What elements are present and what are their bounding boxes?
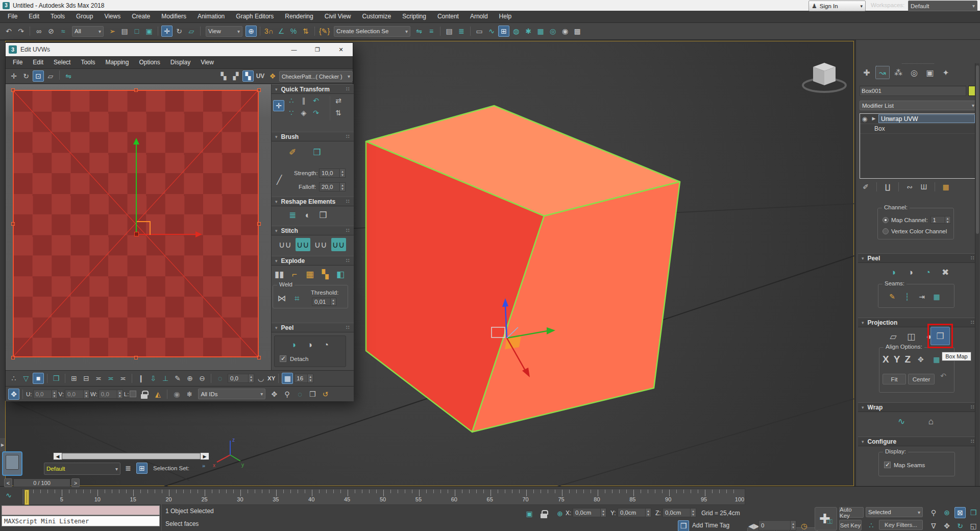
- uv-canvas[interactable]: [6, 84, 271, 370]
- expand-to-seams-icon[interactable]: ▦: [931, 291, 942, 302]
- menu-graph-editors[interactable]: Graph Editors: [230, 11, 279, 22]
- u-spinner[interactable]: 0,0: [33, 390, 58, 399]
- uvw-maximize-button[interactable]: ❐: [306, 43, 329, 56]
- zoom-extents-icon[interactable]: ❒: [307, 389, 318, 400]
- tab-modify[interactable]: ↝: [875, 66, 890, 79]
- qt-align-horizontal-icon[interactable]: ∴: [286, 95, 297, 106]
- qt-distribute-h-icon[interactable]: ⇄: [333, 95, 344, 106]
- quick-peel-icon[interactable]: ◑: [287, 338, 300, 351]
- lock-selection-icon[interactable]: [139, 390, 151, 399]
- stitch-source-icon[interactable]: ∪∪: [313, 238, 328, 251]
- render-iterative-icon[interactable]: ◉: [559, 26, 571, 37]
- mirror-icon[interactable]: ⇋: [413, 26, 425, 37]
- spline-wrap-icon[interactable]: ∿: [895, 415, 908, 428]
- rectangular-selection-icon[interactable]: □: [131, 26, 142, 37]
- soft-selection-spinner[interactable]: 0,0: [228, 374, 254, 383]
- selection-region-icon[interactable]: ▣: [524, 508, 535, 519]
- percent-snap-icon[interactable]: %: [288, 26, 299, 37]
- rollout-quick-transform[interactable]: Quick Transform: [272, 84, 354, 94]
- layer-manager-icon[interactable]: ▤: [444, 26, 455, 37]
- select-and-link-icon[interactable]: ∞: [33, 26, 44, 37]
- rollout-stitch[interactable]: Stitch: [272, 226, 354, 235]
- menu-tools[interactable]: Tools: [45, 11, 70, 22]
- weld-selected-icon[interactable]: ⌗: [290, 292, 304, 305]
- align-z-button[interactable]: Z: [904, 354, 911, 365]
- rollout-explode[interactable]: Explode: [272, 256, 354, 266]
- rollout-reshape-elements[interactable]: Reshape Elements: [272, 197, 354, 206]
- scroll-right-icon[interactable]: ▶: [201, 453, 209, 460]
- time-slider-handle[interactable]: [24, 490, 29, 505]
- uvw-menu-display[interactable]: Display: [165, 59, 195, 66]
- previous-frame-mini-button[interactable]: <: [4, 478, 12, 487]
- map-seams-checkbox[interactable]: [884, 462, 891, 468]
- add-time-tag-label[interactable]: Add Time Tag: [692, 522, 729, 529]
- select-and-scale-icon[interactable]: ▱: [186, 26, 197, 37]
- lock-aspect-checkbox[interactable]: [130, 391, 136, 397]
- convert-edge-to-seam-icon[interactable]: ⇥: [916, 291, 927, 302]
- edit-seams-icon[interactable]: ✎: [887, 291, 898, 302]
- vertex-color-radio[interactable]: [883, 228, 889, 234]
- edge-point-icon[interactable]: ≍: [117, 373, 129, 384]
- menu-arnold[interactable]: Arnold: [464, 11, 494, 22]
- rollout-wrap[interactable]: Wrap: [858, 402, 978, 412]
- edit-named-selection-icon[interactable]: {✎}: [318, 26, 331, 37]
- straighten-selection-icon[interactable]: ≣: [286, 208, 299, 222]
- strip-expand-button[interactable]: ▶: [0, 438, 5, 451]
- map-options-icon[interactable]: ❖: [267, 70, 278, 82]
- align-vertical-icon[interactable]: ❙: [135, 373, 146, 384]
- named-selection-set-select[interactable]: Default: [44, 463, 120, 475]
- grid-size-spinner[interactable]: 16: [294, 374, 313, 383]
- best-align-icon[interactable]: ▦: [931, 354, 942, 365]
- reference-coordinate-select[interactable]: View: [206, 26, 242, 37]
- falloff-curve-icon[interactable]: ◡: [255, 373, 266, 384]
- maxscript-mini-listener[interactable]: MAXScript Mini Listener: [2, 516, 160, 526]
- time-configuration-icon[interactable]: ◷: [798, 520, 810, 531]
- window-crossing-icon[interactable]: ▣: [143, 26, 155, 37]
- more-chevrons[interactable]: »: [202, 463, 205, 469]
- menu-file[interactable]: File: [2, 11, 23, 22]
- rollout-peel[interactable]: Peel: [858, 253, 978, 263]
- align-bottom-icon[interactable]: ⇩: [148, 373, 159, 384]
- uv-handle-ml[interactable]: [11, 222, 15, 226]
- select-and-rotate-icon[interactable]: ↻: [174, 26, 185, 37]
- zoom-icon[interactable]: ⚲: [928, 507, 939, 518]
- rollout-brush[interactable]: Brush: [272, 132, 354, 141]
- map-channel-radio[interactable]: [883, 217, 889, 223]
- make-unique-icon[interactable]: ∾: [904, 181, 915, 192]
- uvw-menu-edit[interactable]: Edit: [28, 59, 48, 66]
- uv-handle-tm[interactable]: [134, 88, 138, 92]
- workspace-select[interactable]: Default: [908, 1, 977, 11]
- mini-curve-editor-icon[interactable]: ∿: [3, 490, 14, 501]
- face-mode-icon[interactable]: ■: [33, 373, 44, 384]
- map-pattern-select[interactable]: CheckerPatt...( Checker ): [279, 71, 353, 82]
- qt-relax-icon[interactable]: ◈: [298, 107, 309, 118]
- menu-help[interactable]: Help: [494, 11, 518, 22]
- cylindrical-map-icon[interactable]: ◫: [904, 330, 918, 343]
- planar-map-icon[interactable]: ▱: [887, 330, 900, 343]
- map-channel-value[interactable]: 1: [931, 216, 945, 223]
- align-y-button[interactable]: Y: [894, 354, 900, 365]
- pan-icon[interactable]: ✥: [941, 520, 952, 531]
- orbit-icon[interactable]: ↻: [954, 520, 966, 531]
- menu-content[interactable]: Content: [432, 11, 464, 22]
- zoom-all-icon[interactable]: ⊛: [941, 507, 952, 518]
- shrink-selection-icon[interactable]: ⊟: [81, 373, 92, 384]
- current-frame-spinner[interactable]: 0: [758, 520, 796, 530]
- qt-rotate-cw-icon[interactable]: ↷: [310, 107, 322, 118]
- maximize-viewport-icon[interactable]: ◱: [968, 520, 979, 531]
- z-coord-spinner[interactable]: 0,0cm: [663, 508, 696, 517]
- viewport-layout-thumbnail[interactable]: [2, 451, 22, 476]
- tab-hierarchy[interactable]: ⁂: [891, 66, 905, 79]
- key-filters-button[interactable]: Key Filters...: [879, 520, 923, 530]
- tile-pattern-icon[interactable]: ▚: [218, 70, 229, 82]
- uv-handle-bm[interactable]: [134, 356, 138, 359]
- menu-edit[interactable]: Edit: [23, 11, 45, 22]
- object-name-field[interactable]: Box001: [860, 86, 966, 96]
- uvw-menu-view[interactable]: View: [195, 59, 219, 66]
- uv-pivot[interactable]: [134, 232, 139, 236]
- select-by-name-icon[interactable]: ▤: [119, 26, 130, 37]
- uv-handle-bl[interactable]: [11, 356, 15, 359]
- scrollbar-thumb[interactable]: [62, 453, 200, 459]
- unlink-selection-icon[interactable]: ⊘: [45, 26, 57, 37]
- break-icon[interactable]: ▮▮: [273, 268, 286, 281]
